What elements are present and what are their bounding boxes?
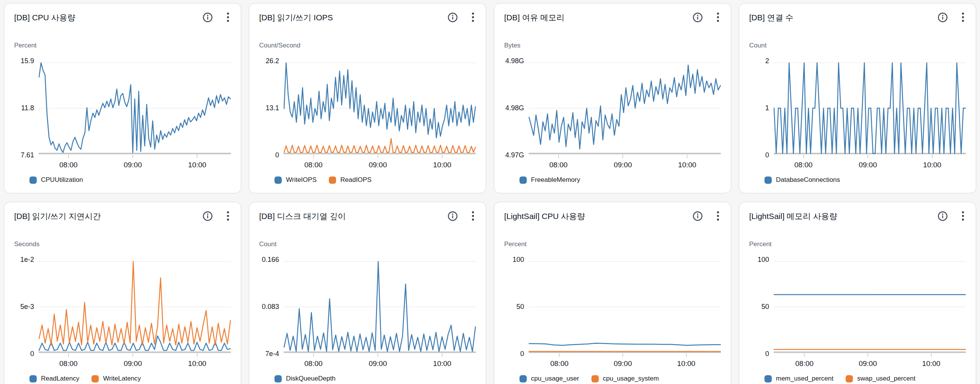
kebab-menu-icon[interactable] xyxy=(717,211,719,221)
metric-widget-card: [DB] 여유 메모리 Bytes xyxy=(494,3,731,193)
widget-header: [DB] 연결 수 xyxy=(749,12,966,23)
legend-item[interactable]: cpu_usage_system xyxy=(591,375,659,382)
legend-color-swatch xyxy=(764,375,772,382)
x-axis-ticks xyxy=(39,354,231,357)
kebab-menu-icon[interactable] xyxy=(227,211,229,221)
legend-color-swatch xyxy=(29,176,37,184)
legend-item[interactable]: DiskQueueDepth xyxy=(274,375,335,382)
kebab-menu-icon[interactable] xyxy=(717,12,719,23)
line-chart[interactable] xyxy=(774,61,966,155)
kebab-menu-icon[interactable] xyxy=(962,12,964,23)
legend-item[interactable]: ReadIOPS xyxy=(329,176,371,184)
plot-area: 08:0009:0010:00 xyxy=(39,260,231,368)
x-axis-labels: 08:0009:0010:00 xyxy=(529,161,721,169)
x-axis-tick-label: 10:00 xyxy=(433,161,451,169)
x-axis-tick-mark xyxy=(622,155,623,158)
info-icon[interactable] xyxy=(203,211,213,221)
legend-color-swatch xyxy=(591,375,599,382)
y-axis-tick-label: 4.98G xyxy=(505,57,524,65)
y-axis-tick-label: 4.97G xyxy=(505,151,524,159)
legend-item[interactable]: FreeableMemory xyxy=(519,176,580,184)
info-icon[interactable] xyxy=(448,12,458,23)
x-axis-tick-label: 10:00 xyxy=(678,161,696,169)
y-axis-tick-label: 11.8 xyxy=(21,104,34,112)
legend-item[interactable]: cpu_usage_user xyxy=(519,375,579,382)
legend-label: CPUUtilization xyxy=(41,176,83,184)
x-axis-tick-mark xyxy=(68,155,69,158)
widget-header-actions xyxy=(203,211,231,221)
widget-header-actions xyxy=(938,211,966,221)
x-axis-tick-label: 09:00 xyxy=(124,161,142,169)
x-axis-ticks xyxy=(774,354,966,357)
legend-label: FreeableMemory xyxy=(531,176,580,184)
info-icon[interactable] xyxy=(693,211,703,221)
y-axis-tick-label: 0 xyxy=(765,350,769,358)
legend-item[interactable]: mem_used_percent xyxy=(764,375,833,382)
metric-widget-card: [DB] 연결 수 Count xyxy=(739,3,976,193)
info-icon[interactable] xyxy=(938,211,948,221)
y-axis-tick-label: 0 xyxy=(275,151,279,159)
chart-area: 15.9 11.8 7.61 08:0009:0010:00 xyxy=(14,61,231,169)
kebab-menu-icon[interactable] xyxy=(962,211,964,221)
legend-item[interactable]: ReadLatency xyxy=(29,375,79,382)
legend: mem_used_percentswap_used_percent xyxy=(764,375,966,382)
dashboard-grid: [DB] CPU 사용량 Percen xyxy=(0,0,980,384)
x-axis-tick-label: 10:00 xyxy=(188,161,206,169)
x-axis-tick-label: 08:00 xyxy=(304,359,323,368)
legend-item[interactable]: CPUUtilization xyxy=(29,176,83,184)
y-axis-unit-label: Count/Second xyxy=(259,42,476,49)
y-axis-unit-label: Percent xyxy=(504,240,721,248)
x-axis-tick-mark xyxy=(132,155,133,158)
line-chart[interactable] xyxy=(529,260,721,354)
kebab-menu-icon[interactable] xyxy=(472,12,474,23)
widget-header: [DB] 읽기/쓰기 지연시간 xyxy=(14,211,231,221)
x-axis-tick-label: 08:00 xyxy=(795,359,814,368)
x-axis-tick-label: 08:00 xyxy=(794,161,813,169)
y-axis-tick-label: 13.1 xyxy=(266,104,279,112)
y-axis-unit-label: Count xyxy=(749,42,966,49)
info-icon[interactable] xyxy=(448,211,458,221)
info-icon[interactable] xyxy=(938,12,948,23)
widget-header: [DB] 디스크 대기열 깊이 xyxy=(259,211,476,221)
info-icon[interactable] xyxy=(693,12,703,23)
y-axis-tick-label: 0.166 xyxy=(262,256,279,264)
kebab-menu-icon[interactable] xyxy=(472,211,474,221)
legend: CPUUtilization xyxy=(29,176,231,184)
y-axis-tick-label: 100 xyxy=(513,256,524,264)
plot-area: 08:0009:0010:00 xyxy=(774,61,966,169)
widget-title: [DB] 읽기/쓰기 지연시간 xyxy=(14,211,101,221)
line-chart[interactable] xyxy=(774,260,966,354)
info-icon[interactable] xyxy=(203,12,213,23)
y-axis-tick-labels: 100 50 0 xyxy=(749,260,774,354)
x-axis-tick-mark xyxy=(442,353,443,357)
legend-color-swatch xyxy=(29,375,37,382)
y-axis-tick-labels: 15.9 11.8 7.61 xyxy=(14,61,39,155)
y-axis-unit-label: Seconds xyxy=(14,240,231,248)
line-chart[interactable] xyxy=(529,61,721,155)
line-chart[interactable] xyxy=(284,260,476,354)
legend-item[interactable]: DatabaseConnections xyxy=(764,176,840,184)
line-chart[interactable] xyxy=(39,61,231,155)
y-axis-tick-label: 50 xyxy=(761,303,769,311)
plot-area: 08:0009:0010:00 xyxy=(39,61,231,169)
y-axis-tick-label: 2 xyxy=(765,57,769,65)
metric-widget-card: [DB] CPU 사용량 Percen xyxy=(4,3,241,193)
chart-area: 100 50 0 08:0009:0010:00 xyxy=(504,260,721,368)
legend-item[interactable]: WriteIOPS xyxy=(274,176,317,184)
x-axis-tick-label: 09:00 xyxy=(859,359,877,368)
metric-widget-card: [DB] 디스크 대기열 깊이 Cou xyxy=(249,202,486,384)
widget-header-actions xyxy=(693,211,721,221)
y-axis-tick-label: 0 xyxy=(30,350,34,358)
legend-item[interactable]: WriteLatency xyxy=(91,375,141,382)
line-chart[interactable] xyxy=(39,260,231,354)
x-axis-tick-label: 10:00 xyxy=(677,359,696,368)
x-axis-tick-mark xyxy=(622,353,623,357)
x-axis-tick-mark xyxy=(932,155,933,158)
kebab-menu-icon[interactable] xyxy=(227,12,229,23)
legend: DatabaseConnections xyxy=(764,176,966,184)
y-axis-unit-label: Percent xyxy=(14,42,231,49)
x-axis-tick-mark xyxy=(931,353,932,357)
legend-item[interactable]: swap_used_percent xyxy=(846,375,915,382)
line-chart[interactable] xyxy=(284,61,476,155)
x-axis-ticks xyxy=(529,155,721,158)
